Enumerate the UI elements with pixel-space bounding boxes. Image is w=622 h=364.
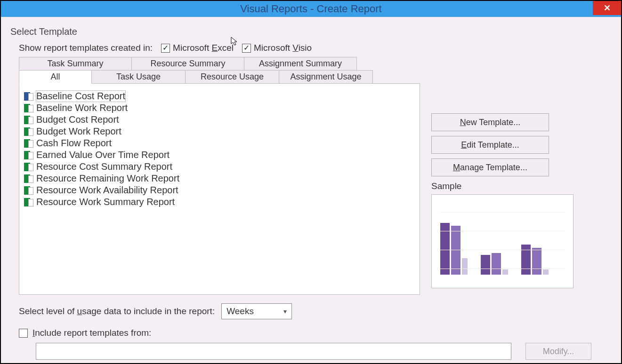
dialog-body: Select Template Show report templates cr… bbox=[1, 17, 621, 364]
include-checkbox[interactable] bbox=[19, 329, 28, 338]
templates-column: Task Summary Resource Summary Assignment… bbox=[10, 57, 420, 295]
chart-bar bbox=[543, 269, 549, 275]
list-item[interactable]: Baseline Cost Report bbox=[24, 90, 415, 102]
list-item-label: Earned Value Over Time Report bbox=[36, 150, 170, 160]
tabs-row-bottom: All Task Usage Resource Usage Assignment… bbox=[19, 70, 420, 84]
usage-level-select[interactable]: Weeks ▾ bbox=[221, 303, 292, 319]
new-template-button[interactable]: New Template... bbox=[431, 113, 549, 131]
manage-template-button[interactable]: Manage Template... bbox=[431, 158, 549, 176]
chart-bar bbox=[492, 253, 501, 275]
usage-level-value: Weeks bbox=[226, 306, 254, 317]
template-filter-row: Show report templates created in: Micros… bbox=[19, 43, 612, 53]
close-icon: ✕ bbox=[604, 3, 611, 13]
list-item-label: Budget Work Report bbox=[36, 126, 121, 137]
excel-file-icon bbox=[24, 151, 33, 159]
visio-checkbox[interactable] bbox=[242, 44, 251, 53]
chart-bar bbox=[481, 255, 490, 275]
select-template-label: Select Template bbox=[10, 26, 612, 37]
bar-group bbox=[521, 245, 549, 275]
list-item[interactable]: Earned Value Over Time Report bbox=[24, 149, 415, 161]
excel-file-icon bbox=[24, 163, 33, 171]
list-item[interactable]: Budget Work Report bbox=[24, 126, 415, 137]
tab-assignment-summary[interactable]: Assignment Summary bbox=[244, 57, 357, 71]
bottom-section: Select level of usage data to include in… bbox=[19, 303, 612, 360]
include-path-row: Modify... bbox=[36, 343, 612, 360]
window-title: Visual Reports - Create Report bbox=[240, 3, 381, 15]
right-column: New Template... Edit Template... Manage … bbox=[431, 57, 601, 288]
bar-group bbox=[481, 253, 508, 275]
usage-level-row: Select level of usage data to include in… bbox=[19, 303, 612, 319]
tab-task-summary[interactable]: Task Summary bbox=[19, 57, 132, 71]
tab-resource-usage[interactable]: Resource Usage bbox=[185, 70, 279, 84]
tab-task-usage[interactable]: Task Usage bbox=[91, 70, 186, 84]
list-item[interactable]: Resource Work Summary Report bbox=[24, 196, 415, 208]
list-item-label: Baseline Cost Report bbox=[36, 91, 125, 102]
filter-label: Show report templates created in: bbox=[19, 43, 153, 53]
tab-all[interactable]: All bbox=[19, 70, 92, 84]
grid-line-icon bbox=[440, 231, 565, 231]
list-item[interactable]: Baseline Work Report bbox=[24, 102, 415, 114]
list-item[interactable]: Budget Cost Report bbox=[24, 114, 415, 126]
main-content-row: Task Summary Resource Summary Assignment… bbox=[10, 57, 612, 295]
excel-checkbox[interactable] bbox=[161, 44, 170, 53]
list-item-label: Budget Cost Report bbox=[36, 114, 119, 125]
tab-assignment-usage[interactable]: Assignment Usage bbox=[279, 70, 373, 84]
tab-resource-summary[interactable]: Resource Summary bbox=[131, 57, 244, 71]
include-path-input[interactable] bbox=[36, 343, 511, 360]
list-item-label: Baseline Work Report bbox=[36, 103, 128, 113]
chevron-down-icon: ▾ bbox=[283, 308, 287, 315]
modify-button: Modify... bbox=[525, 343, 591, 360]
usage-label: Select level of usage data to include in… bbox=[19, 306, 215, 317]
grid-line-icon bbox=[440, 250, 565, 250]
list-item-label: Resource Work Summary Report bbox=[36, 197, 175, 207]
grid-line-icon bbox=[440, 269, 565, 269]
chart-bar bbox=[532, 248, 541, 275]
excel-checkbox-wrap[interactable]: Microsoft Excel bbox=[161, 43, 234, 53]
excel-file-icon bbox=[24, 104, 33, 112]
list-item-label: Resource Cost Summary Report bbox=[36, 161, 172, 172]
close-button[interactable]: ✕ bbox=[593, 1, 621, 15]
grid-line-icon bbox=[440, 212, 565, 213]
edit-template-button[interactable]: Edit Template... bbox=[431, 136, 549, 154]
excel-file-icon bbox=[24, 139, 33, 148]
tabs-container: Task Summary Resource Summary Assignment… bbox=[19, 57, 420, 295]
template-list[interactable]: Baseline Cost ReportBaseline Work Report… bbox=[19, 83, 420, 295]
list-item-label: Cash Flow Report bbox=[36, 138, 112, 149]
list-item-label: Resource Remaining Work Report bbox=[36, 173, 179, 184]
visio-checkbox-label: Microsoft Visio bbox=[254, 43, 312, 53]
title-bar: Visual Reports - Create Report ✕ bbox=[1, 1, 621, 17]
sample-label: Sample bbox=[431, 181, 601, 191]
excel-file-icon bbox=[24, 116, 33, 124]
excel-file-icon bbox=[24, 186, 33, 195]
visio-checkbox-wrap[interactable]: Microsoft Visio bbox=[242, 43, 312, 53]
excel-file-icon bbox=[24, 127, 33, 136]
include-label: Include report templates from: bbox=[32, 328, 151, 338]
excel-checkbox-label: Microsoft Excel bbox=[173, 43, 234, 53]
list-item-label: Resource Work Availability Report bbox=[36, 185, 178, 196]
list-item[interactable]: Resource Remaining Work Report bbox=[24, 173, 415, 184]
excel-file-icon bbox=[24, 198, 33, 206]
list-item[interactable]: Cash Flow Report bbox=[24, 137, 415, 149]
include-row: Include report templates from: bbox=[19, 328, 612, 338]
chart-bar bbox=[521, 245, 531, 275]
sample-preview bbox=[431, 194, 574, 288]
list-item[interactable]: Resource Work Availability Report bbox=[24, 184, 415, 196]
chart-bar bbox=[462, 258, 468, 275]
chart-bar bbox=[502, 269, 508, 275]
visio-file-icon bbox=[24, 92, 33, 101]
tabs-row-top: Task Summary Resource Summary Assignment… bbox=[19, 57, 420, 71]
excel-file-icon bbox=[24, 174, 33, 183]
list-item[interactable]: Resource Cost Summary Report bbox=[24, 161, 415, 173]
